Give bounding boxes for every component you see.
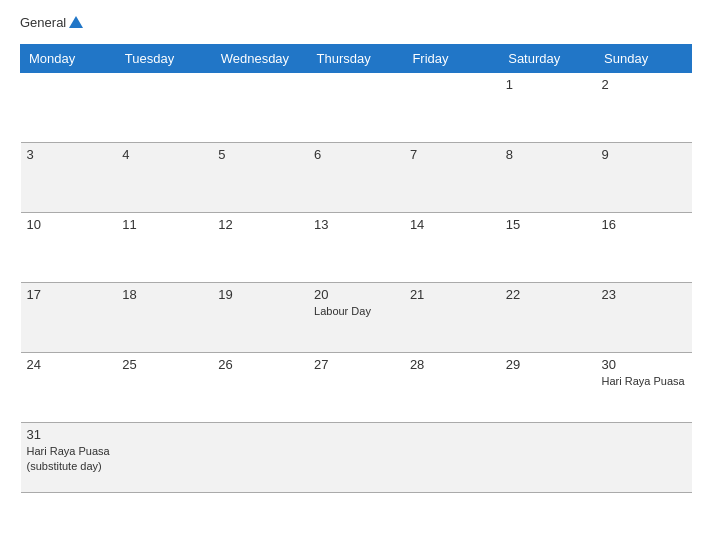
weekday-header-monday: Monday xyxy=(21,45,117,73)
calendar-row: 31Hari Raya Puasa(substitute day) xyxy=(21,423,692,493)
day-number: 25 xyxy=(122,357,206,372)
day-event: Labour Day xyxy=(314,304,398,318)
calendar-cell: 20Labour Day xyxy=(308,283,404,353)
weekday-header-tuesday: Tuesday xyxy=(116,45,212,73)
calendar-cell: 2 xyxy=(596,73,692,143)
calendar-cell: 30Hari Raya Puasa xyxy=(596,353,692,423)
calendar-row: 17181920Labour Day212223 xyxy=(21,283,692,353)
calendar-row: 10111213141516 xyxy=(21,213,692,283)
day-number: 13 xyxy=(314,217,398,232)
calendar-cell: 7 xyxy=(404,143,500,213)
day-number: 21 xyxy=(410,287,494,302)
day-number: 12 xyxy=(218,217,302,232)
day-number: 15 xyxy=(506,217,590,232)
calendar-cell: 9 xyxy=(596,143,692,213)
day-number: 22 xyxy=(506,287,590,302)
day-number: 1 xyxy=(506,77,590,92)
day-number: 4 xyxy=(122,147,206,162)
calendar-cell xyxy=(212,423,308,493)
calendar-cell: 11 xyxy=(116,213,212,283)
day-number: 30 xyxy=(602,357,686,372)
calendar-row: 3456789 xyxy=(21,143,692,213)
weekday-header-row: MondayTuesdayWednesdayThursdayFridaySatu… xyxy=(21,45,692,73)
calendar-cell: 14 xyxy=(404,213,500,283)
weekday-header-saturday: Saturday xyxy=(500,45,596,73)
day-number: 18 xyxy=(122,287,206,302)
calendar-cell: 8 xyxy=(500,143,596,213)
day-number: 24 xyxy=(27,357,111,372)
calendar-cell xyxy=(596,423,692,493)
logo-triangle-icon xyxy=(69,16,83,28)
day-number: 6 xyxy=(314,147,398,162)
weekday-header-wednesday: Wednesday xyxy=(212,45,308,73)
day-number: 10 xyxy=(27,217,111,232)
day-number: 8 xyxy=(506,147,590,162)
calendar-cell xyxy=(404,423,500,493)
calendar-cell: 12 xyxy=(212,213,308,283)
weekday-header-thursday: Thursday xyxy=(308,45,404,73)
calendar-cell: 15 xyxy=(500,213,596,283)
day-event: Hari Raya Puasa(substitute day) xyxy=(27,444,111,473)
day-number: 5 xyxy=(218,147,302,162)
day-number: 31 xyxy=(27,427,111,442)
calendar-cell: 23 xyxy=(596,283,692,353)
calendar-cell: 24 xyxy=(21,353,117,423)
calendar-cell xyxy=(308,73,404,143)
day-number: 9 xyxy=(602,147,686,162)
day-number: 17 xyxy=(27,287,111,302)
calendar-cell: 22 xyxy=(500,283,596,353)
calendar-cell: 16 xyxy=(596,213,692,283)
calendar-cell: 3 xyxy=(21,143,117,213)
calendar-cell xyxy=(21,73,117,143)
calendar-row: 12 xyxy=(21,73,692,143)
logo-general-text: General xyxy=(20,16,83,30)
day-number: 29 xyxy=(506,357,590,372)
day-number: 19 xyxy=(218,287,302,302)
calendar-cell: 29 xyxy=(500,353,596,423)
calendar-cell: 17 xyxy=(21,283,117,353)
weekday-header-sunday: Sunday xyxy=(596,45,692,73)
calendar-cell xyxy=(212,73,308,143)
day-number: 20 xyxy=(314,287,398,302)
day-number: 27 xyxy=(314,357,398,372)
calendar-grid: MondayTuesdayWednesdayThursdayFridaySatu… xyxy=(20,44,692,493)
day-number: 28 xyxy=(410,357,494,372)
day-number: 14 xyxy=(410,217,494,232)
calendar-container: General MondayTuesdayWednesdayThursdayFr… xyxy=(0,0,712,550)
calendar-cell xyxy=(116,423,212,493)
calendar-cell xyxy=(500,423,596,493)
calendar-cell xyxy=(308,423,404,493)
calendar-row: 24252627282930Hari Raya Puasa xyxy=(21,353,692,423)
day-number: 2 xyxy=(602,77,686,92)
weekday-header-friday: Friday xyxy=(404,45,500,73)
calendar-cell: 26 xyxy=(212,353,308,423)
calendar-cell: 13 xyxy=(308,213,404,283)
day-number: 7 xyxy=(410,147,494,162)
calendar-cell: 4 xyxy=(116,143,212,213)
calendar-cell: 31Hari Raya Puasa(substitute day) xyxy=(21,423,117,493)
calendar-cell: 5 xyxy=(212,143,308,213)
calendar-cell: 1 xyxy=(500,73,596,143)
calendar-cell xyxy=(116,73,212,143)
day-number: 26 xyxy=(218,357,302,372)
day-number: 16 xyxy=(602,217,686,232)
day-event: Hari Raya Puasa xyxy=(602,374,686,388)
calendar-cell: 19 xyxy=(212,283,308,353)
day-number: 11 xyxy=(122,217,206,232)
calendar-cell: 18 xyxy=(116,283,212,353)
calendar-cell xyxy=(404,73,500,143)
day-number: 23 xyxy=(602,287,686,302)
logo: General xyxy=(20,16,83,30)
calendar-cell: 6 xyxy=(308,143,404,213)
calendar-cell: 10 xyxy=(21,213,117,283)
calendar-cell: 28 xyxy=(404,353,500,423)
day-number: 3 xyxy=(27,147,111,162)
calendar-cell: 25 xyxy=(116,353,212,423)
calendar-cell: 27 xyxy=(308,353,404,423)
calendar-cell: 21 xyxy=(404,283,500,353)
header: General xyxy=(20,16,692,30)
